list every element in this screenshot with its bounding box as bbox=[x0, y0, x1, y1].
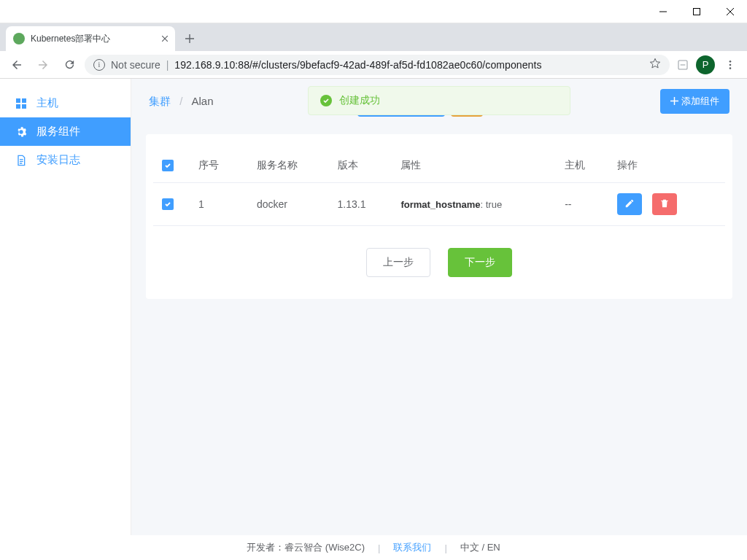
sidebar-item-label: 服务组件 bbox=[36, 125, 80, 139]
tab-close-icon[interactable] bbox=[162, 34, 168, 44]
sidebar-item-label: 主机 bbox=[36, 96, 58, 110]
svg-rect-5 bbox=[16, 98, 20, 103]
delete-row-button[interactable] bbox=[652, 193, 677, 215]
svg-rect-8 bbox=[22, 104, 26, 109]
row-checkbox[interactable] bbox=[162, 198, 174, 210]
sidebar-item-logs[interactable]: 安装日志 bbox=[0, 146, 131, 174]
tab-title: Kubernetes部署中心 bbox=[31, 33, 156, 45]
footer-lang: 中文 / EN bbox=[460, 541, 500, 554]
next-step-button[interactable]: 下一步 bbox=[448, 248, 512, 277]
edit-row-button[interactable] bbox=[617, 193, 642, 215]
breadcrumb-separator: / bbox=[179, 95, 182, 107]
nav-back-button[interactable] bbox=[6, 54, 28, 76]
sidebar-item-label: 安装日志 bbox=[36, 153, 80, 167]
nav-reload-button[interactable] bbox=[58, 54, 80, 76]
app-root: 主机 服务组件 安装日志 创建成功 集群 / bbox=[0, 79, 747, 560]
window-close-button[interactable] bbox=[713, 0, 747, 23]
browser-tabs-row: Kubernetes部署中心 bbox=[0, 23, 747, 51]
cell-version: 1.13.1 bbox=[329, 183, 392, 226]
sidebar-item-hosts[interactable]: 主机 bbox=[0, 89, 131, 117]
col-attr: 属性 bbox=[392, 149, 556, 183]
cell-index: 1 bbox=[190, 183, 248, 226]
cell-host: -- bbox=[556, 183, 608, 226]
components-table: 序号 服务名称 版本 属性 主机 操作 bbox=[153, 149, 725, 226]
footer: 开发者：睿云智合 (Wise2C) | 联系我们 | 中文 / EN bbox=[0, 535, 747, 560]
breadcrumb: 集群 / Alan bbox=[149, 95, 214, 109]
cell-name: docker bbox=[248, 183, 329, 226]
browser-toolbar: i Not secure | 192.168.9.10:88/#/cluster… bbox=[0, 51, 747, 79]
footer-sep: | bbox=[444, 542, 446, 553]
svg-rect-6 bbox=[22, 98, 26, 103]
toast-message: 创建成功 bbox=[339, 94, 380, 107]
not-secure-label: Not secure bbox=[111, 59, 160, 71]
check-circle-icon bbox=[320, 95, 332, 106]
col-name: 服务名称 bbox=[248, 149, 329, 183]
svg-rect-0 bbox=[694, 8, 700, 15]
svg-point-2 bbox=[729, 61, 732, 63]
col-host: 主机 bbox=[556, 149, 608, 183]
table-row: 1 docker 1.13.1 format_hostname: true -- bbox=[153, 183, 725, 226]
address-url: 192.168.9.10:88/#/clusters/9befacf9-42ad… bbox=[174, 59, 541, 71]
gear-icon bbox=[15, 126, 28, 138]
col-version: 版本 bbox=[329, 149, 392, 183]
attr-key: format_hostname bbox=[400, 199, 480, 210]
select-all-checkbox[interactable] bbox=[162, 160, 174, 171]
footer-developer: 开发者：睿云智合 (Wise2C) bbox=[247, 541, 365, 554]
add-component-button[interactable]: 添加组件 bbox=[660, 89, 729, 114]
components-panel: 序号 服务名称 版本 属性 主机 操作 bbox=[146, 134, 732, 299]
window-titlebar bbox=[0, 0, 747, 23]
tab-favicon-icon bbox=[13, 33, 25, 44]
bookmark-star-icon[interactable] bbox=[649, 58, 661, 71]
lang-zh[interactable]: 中文 bbox=[460, 542, 479, 553]
breadcrumb-root-link[interactable]: 集群 bbox=[149, 95, 171, 107]
col-index: 序号 bbox=[190, 149, 248, 183]
col-action: 操作 bbox=[608, 149, 725, 183]
site-info-icon[interactable]: i bbox=[93, 59, 105, 71]
profile-avatar[interactable]: P bbox=[696, 55, 715, 74]
extension-icon[interactable] bbox=[674, 56, 692, 74]
success-toast: 创建成功 bbox=[308, 86, 570, 115]
prev-step-button[interactable]: 上一步 bbox=[366, 248, 430, 277]
plus-icon bbox=[670, 96, 678, 107]
lang-en[interactable]: EN bbox=[487, 542, 500, 553]
wizard-pager: 上一步 下一步 bbox=[153, 226, 725, 284]
nav-forward-button[interactable] bbox=[32, 54, 54, 76]
trash-icon bbox=[659, 198, 670, 211]
footer-sep: | bbox=[378, 542, 380, 553]
svg-point-4 bbox=[729, 67, 732, 69]
new-tab-button[interactable] bbox=[179, 28, 200, 49]
sidebar: 主机 服务组件 安装日志 bbox=[0, 79, 131, 560]
attr-val: : true bbox=[481, 199, 503, 210]
cell-attr: format_hostname: true bbox=[392, 183, 556, 226]
browser-menu-button[interactable] bbox=[719, 54, 741, 76]
address-bar[interactable]: i Not secure | 192.168.9.10:88/#/cluster… bbox=[85, 55, 670, 75]
footer-contact-link[interactable]: 联系我们 bbox=[393, 541, 431, 554]
address-separator: | bbox=[166, 59, 169, 71]
svg-rect-7 bbox=[16, 104, 20, 109]
sidebar-item-components[interactable]: 服务组件 bbox=[0, 117, 131, 146]
window-minimize-button[interactable] bbox=[646, 0, 680, 23]
svg-point-3 bbox=[729, 63, 732, 66]
main-content: 创建成功 集群 / Alan 添加组件 bbox=[131, 79, 747, 560]
document-icon bbox=[15, 155, 28, 166]
avatar-letter: P bbox=[703, 59, 709, 70]
breadcrumb-current: Alan bbox=[192, 95, 214, 107]
browser-tab-active[interactable]: Kubernetes部署中心 bbox=[6, 26, 175, 51]
edit-icon bbox=[624, 198, 635, 211]
window-maximize-button[interactable] bbox=[680, 0, 713, 23]
add-component-label: 添加组件 bbox=[681, 95, 719, 108]
grid-icon bbox=[15, 98, 28, 109]
